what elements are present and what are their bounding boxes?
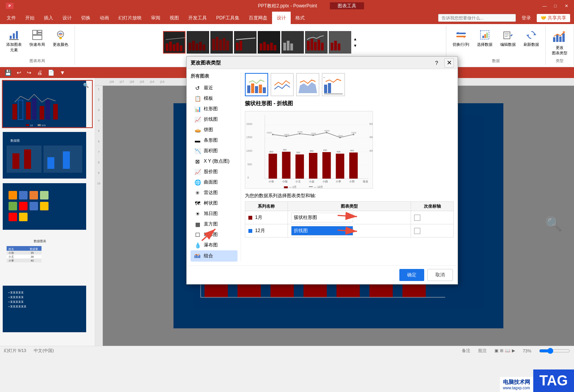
series-jan-secondary[interactable] (411, 211, 454, 224)
notes-button[interactable]: 备注 (462, 348, 470, 354)
undo-button[interactable]: ↩ (15, 69, 23, 76)
comments-button[interactable]: 批注 (478, 348, 487, 354)
svg-text:4500: 4500 (369, 136, 373, 139)
variant-4[interactable]: ✏ (322, 73, 345, 96)
slide-12[interactable]: 12 数据图表 姓名 数据量 小张 35 小王 38 小李 (2, 234, 93, 282)
tab-review[interactable]: 审阅 (146, 12, 165, 24)
search-input[interactable] (438, 14, 516, 22)
variant-1[interactable] (245, 73, 268, 96)
tab-developer[interactable]: 开发工具 (184, 12, 212, 24)
category-waterfall[interactable]: 💧 瀑布图 (191, 240, 238, 250)
jan-color-dot (248, 216, 252, 220)
svg-text:4200: 4200 (284, 134, 290, 136)
change-color-button[interactable]: 更改颜色 (50, 27, 71, 54)
jan-type-dropdown[interactable]: 簇状柱形图 ▼ (291, 213, 353, 222)
login-link[interactable]: 登录 (522, 15, 531, 21)
reading-view-button[interactable]: 📖 (505, 348, 510, 353)
category-treemap[interactable]: 🗺 树状图 (191, 198, 238, 208)
slide-10[interactable]: 10 数据图 (2, 131, 93, 179)
slide-9[interactable]: 9 1月 12月 (2, 80, 93, 128)
dec-type-dropdown[interactable]: 折线图 ▼ (291, 226, 353, 236)
category-recent[interactable]: ↺ 最近 (191, 83, 238, 93)
category-scatter-label: X Y (散点图) (204, 158, 229, 165)
tab-design[interactable]: 设计 (58, 12, 76, 24)
series-jan-type[interactable]: 簇状柱形图 ▼ (288, 211, 411, 224)
series-table: 系列名称 图表类型 次坐标轴 1月 (245, 201, 454, 238)
chart-style-scroll-up[interactable]: ▲ (352, 36, 358, 42)
category-scatter[interactable]: ⊠ X Y (散点图) (191, 156, 238, 167)
new-button[interactable]: 📄 (46, 69, 56, 76)
chart-style-5[interactable] (258, 31, 280, 54)
chart-style-3[interactable] (210, 31, 233, 54)
chart-style-4[interactable] (234, 31, 257, 54)
more-button[interactable]: ▼ (58, 69, 67, 76)
tab-home[interactable]: 开始 (21, 12, 39, 24)
chart-style-6[interactable] (281, 31, 304, 54)
category-stock[interactable]: 📈 股价图 (191, 167, 238, 177)
switch-row-col-button[interactable]: 切换行/列 (449, 27, 472, 49)
tab-design-chart[interactable]: 设计 (272, 12, 291, 24)
minimize-button[interactable]: — (541, 2, 548, 10)
slide-11[interactable]: 11 (2, 182, 93, 231)
save-button[interactable]: 💾 (3, 69, 13, 76)
dialog-close-button[interactable]: ✕ (444, 58, 454, 68)
change-type-button[interactable]: 更改图表类型 (549, 27, 571, 57)
chart-style-scroll-down[interactable]: ▼ (352, 43, 358, 49)
category-box[interactable]: ☐ 箱形图 (191, 229, 238, 240)
svg-text:• 某某某某某: • 某某某某某 (9, 300, 24, 303)
category-area[interactable]: 📉 面积图 (191, 146, 238, 156)
tab-file[interactable]: 文件 (2, 12, 21, 24)
close-button[interactable]: ✕ (562, 2, 570, 10)
chart-style-8[interactable] (329, 31, 351, 54)
redo-button[interactable]: ↪ (25, 69, 33, 76)
category-sunburst[interactable]: ☀ 旭日图 (191, 208, 238, 219)
svg-rect-20 (203, 45, 205, 50)
svg-rect-1 (13, 33, 15, 39)
edit-data-button[interactable]: 编辑数据 (497, 27, 519, 49)
slide-9-search-icon[interactable]: 🔍 (83, 83, 89, 88)
ok-button[interactable]: 确定 (399, 269, 424, 281)
category-bar[interactable]: ▬ 条形图 (191, 135, 238, 146)
category-surface[interactable]: 🌐 曲面图 (191, 177, 238, 187)
slideshow-button[interactable]: ▶ (512, 348, 515, 353)
tab-animation[interactable]: 动画 (95, 12, 114, 24)
dialog-help-button[interactable]: ? (432, 58, 441, 68)
variant-3[interactable] (296, 73, 319, 96)
chart-style-2[interactable] (187, 31, 209, 54)
chart-style-7[interactable] (305, 31, 328, 54)
add-chart-element-button[interactable]: 添加图表元素 (3, 27, 25, 54)
zoom-slider[interactable] (539, 348, 570, 354)
maximize-button[interactable]: □ (551, 2, 559, 10)
slide-sorter-button[interactable]: ⊞ (500, 348, 503, 353)
category-radar[interactable]: ✳ 雷达图 (191, 187, 238, 198)
canvas-search-icon[interactable]: 🔍 (545, 216, 562, 232)
normal-view-button[interactable]: ▣ (494, 348, 498, 353)
chart-style-1[interactable] (163, 31, 186, 54)
tab-view[interactable]: 视图 (165, 12, 184, 24)
cancel-button[interactable]: 取消 (427, 269, 453, 281)
category-column[interactable]: 📊 柱形图 (191, 104, 238, 114)
tab-baidu[interactable]: 百度网盘 (244, 12, 272, 24)
series-dec-secondary[interactable] (411, 224, 454, 238)
svg-rect-34 (283, 43, 286, 50)
category-pie[interactable]: 🥧 饼图 (191, 125, 238, 135)
tab-transition[interactable]: 切换 (76, 12, 95, 24)
dec-secondary-checkbox[interactable] (414, 228, 420, 234)
share-button[interactable]: 🤝 共享共享 (537, 14, 570, 22)
variant-2[interactable] (271, 73, 294, 96)
refresh-data-button[interactable]: 刷新数据 (520, 27, 542, 49)
tab-format[interactable]: 格式 (291, 12, 309, 24)
slide-13[interactable]: 13 • 某某某某某 • 某某某某某 • 某某某某某 • 某某某某某某 (2, 285, 93, 333)
tab-slideshow[interactable]: 幻灯片放映 (114, 12, 146, 24)
category-histogram[interactable]: ▦ 直方图 (191, 219, 238, 229)
quick-layout-button[interactable]: 快速布局 (26, 27, 48, 54)
print-button[interactable]: 🖨 (35, 69, 44, 76)
tab-insert[interactable]: 插入 (39, 12, 58, 24)
category-line[interactable]: 📈 折线图 (191, 114, 238, 125)
tab-pdf[interactable]: PDF工具集 (212, 12, 244, 24)
category-combo[interactable]: 组合 (191, 250, 238, 262)
select-data-button[interactable]: 选择数据 (474, 27, 496, 49)
series-dec-type[interactable]: 折线图 ▼ (288, 224, 411, 238)
category-template[interactable]: 📋 模板 (191, 93, 238, 104)
jan-secondary-checkbox[interactable] (414, 215, 420, 221)
